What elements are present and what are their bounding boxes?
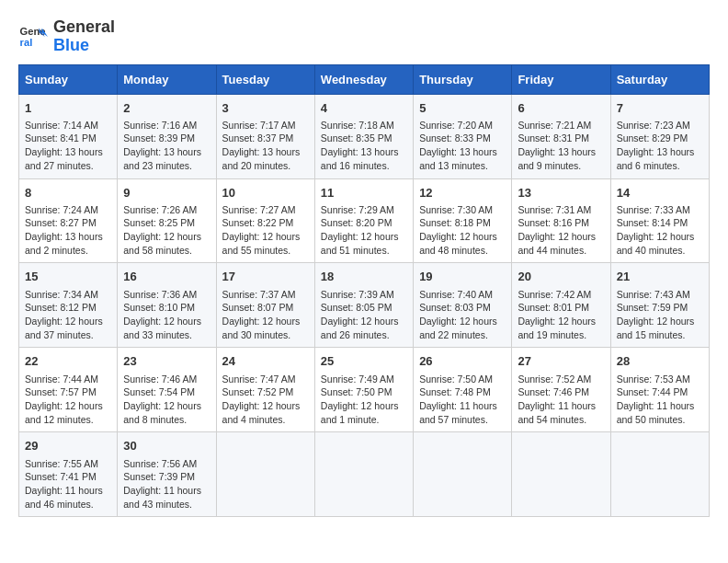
day-cell: 6Sunrise: 7:21 AMSunset: 8:31 PMDaylight…	[512, 94, 610, 178]
cell-info-line: Daylight: 13 hours	[617, 145, 703, 159]
cell-info-line: Sunset: 8:14 PM	[617, 216, 703, 230]
cell-info-line: Sunrise: 7:23 AM	[617, 119, 703, 132]
calendar-table: SundayMondayTuesdayWednesdayThursdayFrid…	[18, 64, 710, 518]
cell-info-line: Sunrise: 7:34 AM	[25, 288, 111, 302]
day-number: 6	[518, 100, 604, 117]
cell-info-line: Sunset: 7:57 PM	[25, 385, 111, 399]
col-header-wednesday: Wednesday	[314, 64, 413, 94]
cell-info-line: Daylight: 13 hours	[321, 145, 407, 159]
cell-info-line: and 9 minutes.	[518, 159, 604, 173]
day-cell	[610, 432, 709, 517]
cell-info-line: and 48 minutes.	[419, 244, 506, 258]
cell-info-line: Sunrise: 7:30 AM	[419, 203, 506, 217]
day-number: 11	[321, 185, 407, 201]
cell-info-line: Daylight: 12 hours	[419, 230, 506, 244]
day-number: 22	[25, 353, 111, 370]
day-number: 27	[518, 353, 604, 370]
cell-info-line: Sunset: 8:39 PM	[123, 132, 210, 145]
day-cell: 20Sunrise: 7:42 AMSunset: 8:01 PMDayligh…	[512, 263, 610, 348]
cell-info-line: Sunrise: 7:44 AM	[25, 373, 111, 386]
cell-info-line: Sunrise: 7:56 AM	[123, 457, 210, 471]
cell-info-line: Sunset: 7:44 PM	[617, 385, 703, 399]
cell-info-line: Sunset: 8:33 PM	[419, 132, 506, 145]
col-header-saturday: Saturday	[610, 64, 709, 94]
day-cell	[414, 432, 512, 517]
calendar-body: 1Sunrise: 7:14 AMSunset: 8:41 PMDaylight…	[19, 94, 710, 517]
cell-info-line: Sunset: 7:50 PM	[321, 385, 407, 399]
cell-info-line: Sunrise: 7:27 AM	[222, 203, 309, 217]
cell-info-line: Sunset: 8:35 PM	[321, 132, 407, 145]
cell-info-line: Sunset: 8:07 PM	[222, 301, 309, 315]
cell-info-line: Sunset: 8:27 PM	[25, 216, 111, 230]
cell-info-line: Sunrise: 7:49 AM	[321, 373, 407, 386]
cell-info-line: Daylight: 13 hours	[419, 145, 506, 159]
logo: Gene ral General Blue	[18, 18, 115, 55]
svg-text:Gene: Gene	[20, 26, 46, 37]
cell-info-line: and 16 minutes.	[321, 159, 407, 173]
day-cell: 22Sunrise: 7:44 AMSunset: 7:57 PMDayligh…	[19, 348, 118, 432]
cell-info-line: Daylight: 12 hours	[222, 315, 309, 328]
day-cell: 5Sunrise: 7:20 AMSunset: 8:33 PMDaylight…	[414, 94, 512, 178]
cell-info-line: Sunset: 8:37 PM	[222, 132, 309, 145]
day-number: 8	[25, 185, 111, 201]
day-number: 13	[518, 185, 604, 201]
cell-info-line: Sunset: 8:31 PM	[518, 132, 604, 145]
cell-info-line: Daylight: 12 hours	[123, 399, 210, 413]
cell-info-line: and 4 minutes.	[222, 413, 309, 427]
day-number: 30	[123, 438, 210, 454]
cell-info-line: Sunrise: 7:52 AM	[518, 373, 604, 386]
day-cell: 25Sunrise: 7:49 AMSunset: 7:50 PMDayligh…	[314, 348, 413, 432]
page-header: Gene ral General Blue	[18, 18, 710, 55]
cell-info-line: Sunrise: 7:47 AM	[222, 373, 309, 386]
day-number: 4	[321, 100, 407, 117]
cell-info-line: Daylight: 12 hours	[222, 399, 309, 413]
week-row-5: 29Sunrise: 7:55 AMSunset: 7:41 PMDayligh…	[19, 432, 710, 517]
cell-info-line: Daylight: 12 hours	[321, 315, 407, 328]
day-cell: 11Sunrise: 7:29 AMSunset: 8:20 PMDayligh…	[314, 178, 413, 263]
cell-info-line: Daylight: 11 hours	[518, 399, 604, 413]
cell-info-line: Sunset: 8:01 PM	[518, 301, 604, 315]
cell-info-line: Daylight: 11 hours	[419, 399, 506, 413]
cell-info-line: Daylight: 12 hours	[518, 315, 604, 328]
cell-info-line: and 2 minutes.	[25, 244, 111, 258]
cell-info-line: and 30 minutes.	[222, 328, 309, 342]
col-header-thursday: Thursday	[414, 64, 512, 94]
day-cell: 29Sunrise: 7:55 AMSunset: 7:41 PMDayligh…	[19, 432, 118, 517]
cell-info-line: Sunset: 8:25 PM	[123, 216, 210, 230]
cell-info-line: Daylight: 13 hours	[123, 145, 210, 159]
day-number: 26	[419, 353, 506, 370]
day-number: 21	[617, 269, 703, 285]
day-number: 16	[123, 269, 210, 285]
day-cell: 26Sunrise: 7:50 AMSunset: 7:48 PMDayligh…	[414, 348, 512, 432]
logo-icon: Gene ral	[18, 22, 48, 52]
cell-info-line: and 8 minutes.	[123, 413, 210, 427]
cell-info-line: Daylight: 12 hours	[25, 399, 111, 413]
cell-info-line: Sunset: 8:12 PM	[25, 301, 111, 315]
cell-info-line: and 20 minutes.	[222, 159, 309, 173]
cell-info-line: and 22 minutes.	[419, 328, 506, 342]
cell-info-line: and 26 minutes.	[321, 328, 407, 342]
day-number: 9	[123, 185, 210, 201]
week-row-1: 1Sunrise: 7:14 AMSunset: 8:41 PMDaylight…	[19, 94, 710, 178]
cell-info-line: Daylight: 13 hours	[25, 145, 111, 159]
cell-info-line: and 46 minutes.	[25, 498, 111, 511]
cell-info-line: Sunset: 8:10 PM	[123, 301, 210, 315]
cell-info-line: Sunset: 7:39 PM	[123, 470, 210, 484]
cell-info-line: Sunset: 7:52 PM	[222, 385, 309, 399]
day-cell: 2Sunrise: 7:16 AMSunset: 8:39 PMDaylight…	[118, 94, 216, 178]
cell-info-line: Sunrise: 7:18 AM	[321, 119, 407, 132]
cell-info-line: Sunrise: 7:55 AM	[25, 457, 111, 471]
cell-info-line: Sunset: 8:16 PM	[518, 216, 604, 230]
cell-info-line: Daylight: 12 hours	[123, 230, 210, 244]
logo-general: General	[53, 18, 115, 37]
cell-info-line: Sunrise: 7:43 AM	[617, 288, 703, 302]
cell-info-line: Sunrise: 7:42 AM	[518, 288, 604, 302]
day-cell: 21Sunrise: 7:43 AMSunset: 7:59 PMDayligh…	[610, 263, 709, 348]
cell-info-line: Daylight: 11 hours	[25, 484, 111, 498]
cell-info-line: and 50 minutes.	[617, 413, 703, 427]
cell-info-line: and 57 minutes.	[419, 413, 506, 427]
cell-info-line: Daylight: 12 hours	[321, 230, 407, 244]
day-number: 12	[419, 185, 506, 201]
cell-info-line: and 55 minutes.	[222, 244, 309, 258]
day-number: 5	[419, 100, 506, 117]
